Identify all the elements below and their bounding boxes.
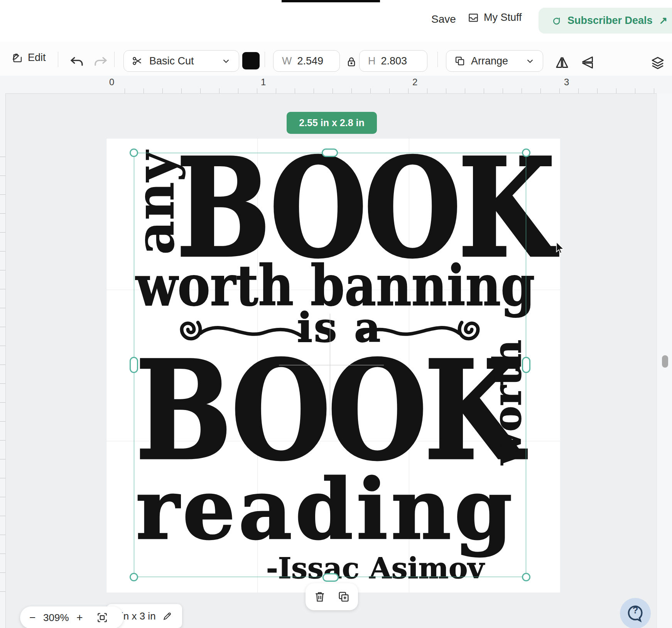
cricut-logo-icon [551,15,562,27]
linetype-dropdown[interactable]: Basic Cut [123,50,239,72]
flip-horizontal-button[interactable] [554,55,570,70]
arrange-dropdown[interactable]: Arrange [446,50,543,72]
scrollbar-thumb[interactable] [662,355,668,368]
width-field[interactable]: W 2.549 [273,50,340,72]
my-stuff-button[interactable]: My Stuff [468,12,522,24]
top-edge-artifact [282,0,380,2]
arrow-up-right-icon: ↗ [659,15,668,27]
flip-vertical-button[interactable] [580,55,595,70]
duplicate-button[interactable] [337,590,350,603]
top-bar: Save My Stuff Subscriber Deals ↗ [0,0,672,42]
inbox-icon [468,12,479,24]
selection-handle-top-center[interactable] [322,149,338,157]
divider [265,52,265,67]
color-swatch[interactable] [242,52,260,69]
selection-handle-top-right[interactable] [522,149,530,157]
divider [58,52,58,67]
selection-handle-bottom-left[interactable] [130,573,138,581]
layers-icon[interactable] [650,55,666,71]
selection-handle-left-middle[interactable] [130,357,138,373]
chevron-down-icon [525,56,535,66]
subscriber-deals-label: Subscriber Deals [567,15,653,27]
height-field[interactable]: H 2.803 [359,50,427,72]
question-mark-glyph: ? [625,605,645,616]
scissors-icon [132,55,143,67]
selection-handle-bottom-center[interactable] [322,573,339,582]
horizontal-ruler: 0 1 2 3 [0,76,672,94]
save-button[interactable]: Save [431,14,456,25]
object-actions-toolbar [306,583,358,610]
selection-handle-right-middle[interactable] [522,357,530,373]
width-value: 2.549 [297,55,323,67]
subscriber-deals-button[interactable]: Subscriber Deals ↗ [539,8,672,34]
help-bubble-icon: ? [625,603,645,623]
help-button[interactable]: ? [620,598,651,628]
delete-button[interactable] [313,590,326,603]
zoom-in-button[interactable]: + [76,612,83,623]
ruler-ticks [0,138,5,593]
ruler-mark: 1 [261,77,266,88]
zoom-out-button[interactable]: − [29,612,35,623]
edit-button[interactable]: Edit [12,52,46,64]
fit-to-screen-button[interactable] [96,611,108,624]
chevron-down-icon [221,56,231,66]
size-badge: 2.55 in x 2.8 in [287,112,377,134]
ruler-ticks [106,88,672,93]
arrange-label: Arrange [471,55,508,67]
divider [437,52,438,67]
redo-button[interactable] [93,54,109,70]
my-stuff-label: My Stuff [484,12,522,24]
selection-handle-top-left[interactable] [130,149,138,157]
height-value: 2.803 [381,55,407,67]
zoom-controls: − 309% + [20,606,123,628]
selection-bounding-box[interactable] [134,153,526,577]
arrange-icon [454,55,466,67]
size-badge-label: 2.55 in x 2.8 in [299,117,365,128]
zoom-level: 309% [42,612,70,624]
edit-pencil-icon [12,52,23,64]
ruler-mark: 0 [109,77,114,88]
mouse-cursor [554,241,566,255]
edit-toolbar: Edit Basic Cut [0,42,672,76]
height-label: H [368,55,376,67]
edit-label: Edit [28,52,46,64]
linetype-value: Basic Cut [149,55,194,67]
lock-icon[interactable] [345,56,358,68]
selection-handle-bottom-right[interactable] [522,573,530,581]
ruler-mark: 2 [412,77,417,88]
canvas-size-label: in x 3 in [121,610,156,622]
vertical-ruler [0,93,6,628]
undo-button[interactable] [69,54,85,70]
app-window: Save My Stuff Subscriber Deals ↗ [0,0,672,628]
divider [114,52,115,67]
width-label: W [282,55,292,67]
edit-size-pencil-icon[interactable] [162,611,173,621]
ruler-mark: 3 [564,77,569,88]
